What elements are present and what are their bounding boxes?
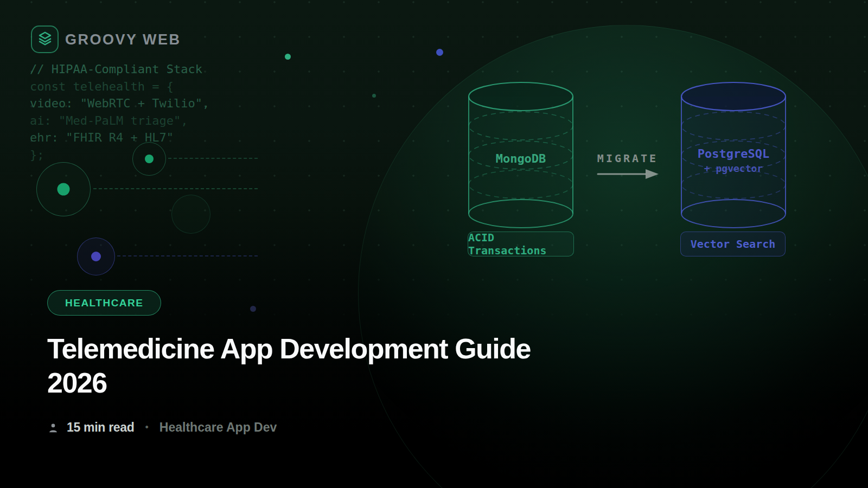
code-line: // HIPAA-Compliant Stack [30, 61, 209, 78]
page-title-line2: 2026 [47, 367, 107, 399]
code-line: ehr: "FHIR R4 + HL7" [30, 129, 209, 146]
layers-icon [37, 30, 53, 49]
target-db-name: PostgreSQL [680, 147, 787, 160]
postgresql-cylinder: PostgreSQL + pgvector [680, 81, 787, 229]
migrate-indicator: MIGRATE [595, 152, 661, 182]
page-title-line1: Telemedicine App Development Guide [47, 333, 531, 364]
code-snippet: // HIPAA-Compliant Stackconst telehealth… [30, 61, 209, 163]
target-db-caption: Vector Search [680, 232, 786, 256]
floating-dot-navy-faint [250, 306, 256, 312]
code-line: ai: "Med-PaLM triage", [30, 112, 209, 130]
floating-dot-teal [285, 54, 291, 60]
category-badge[interactable]: HEALTHCARE [47, 290, 161, 316]
source-db-caption: ACID Transactions [468, 232, 574, 256]
article-meta: 15 min read • Healthcare App Dev [47, 420, 277, 435]
decor-dashed-connector-indigo [117, 255, 258, 256]
decor-circle-empty [171, 195, 210, 234]
mongodb-cylinder: MongoDB [468, 81, 574, 229]
brand-logo[interactable] [31, 25, 59, 53]
decor-node-dot [58, 183, 70, 196]
code-line: video: "WebRTC + Twilio", [30, 95, 209, 112]
code-line: const telehealth = { [30, 78, 209, 95]
meta-category: Healthcare App Dev [159, 420, 277, 435]
arrow-right-icon [595, 168, 661, 182]
floating-dot-indigo [436, 49, 443, 56]
person-icon [47, 422, 59, 434]
code-line: }; [30, 146, 209, 164]
source-db-name: MongoDB [468, 152, 574, 165]
meta-separator: • [142, 422, 152, 433]
floating-dot-green-small [372, 94, 376, 98]
decor-circle-large-green [36, 162, 91, 216]
brand-name: GROOVY WEB [65, 31, 181, 48]
decor-dashed-connector [93, 188, 258, 189]
decor-circle-indigo [77, 237, 115, 275]
read-time: 15 min read [67, 420, 135, 435]
migrate-label: MIGRATE [595, 152, 661, 165]
target-db-subtitle: + pgvector [680, 163, 787, 174]
decor-node-dot [91, 252, 101, 261]
page-title: Telemedicine App Development Guide 2026 [47, 332, 590, 400]
